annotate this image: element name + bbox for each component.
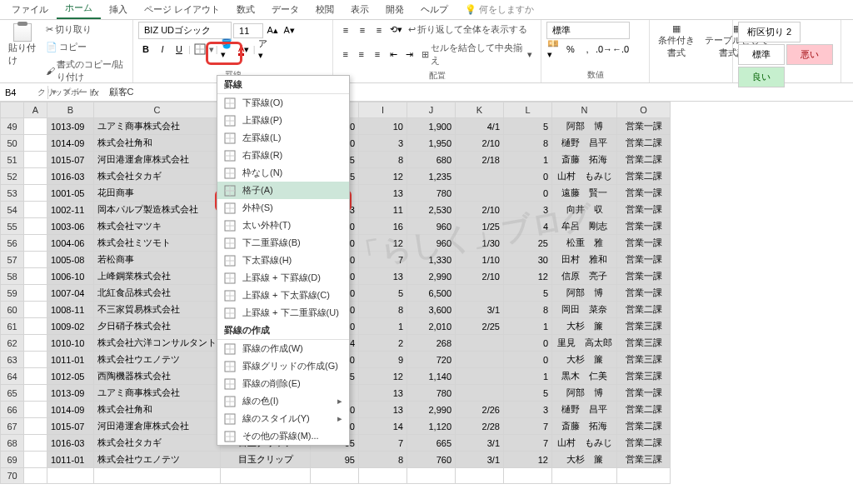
cell[interactable]: 960 — [407, 218, 456, 235]
cell[interactable]: 不三家貿易株式会社 — [94, 302, 221, 318]
cell[interactable]: 1 — [359, 318, 407, 335]
cell[interactable] — [24, 385, 47, 402]
cell[interactable]: 1 — [504, 318, 552, 335]
cell[interactable]: 12 — [359, 168, 407, 185]
cell[interactable]: 1016-03 — [47, 435, 94, 452]
italic-button[interactable]: I — [155, 42, 170, 57]
cell[interactable]: 株式会社六洋コンサルタント — [94, 335, 221, 352]
cell[interactable]: 斎藤 拓海 — [552, 418, 617, 435]
cell[interactable] — [456, 185, 504, 202]
merge-center-button[interactable]: ⊞ セルを結合して中央揃え▾ — [418, 40, 536, 68]
border-menu-item[interactable]: 格子(A) — [217, 182, 349, 199]
cell[interactable]: 2/10 — [456, 202, 504, 218]
cell[interactable]: 960 — [407, 235, 456, 252]
cell[interactable]: 1009-02 — [47, 318, 94, 335]
cell[interactable]: 営業二課 — [617, 435, 671, 452]
border-menu-item[interactable]: 線の色(I)▸ — [217, 392, 349, 410]
col-header-C[interactable]: C — [94, 102, 221, 118]
cell[interactable]: 0 — [504, 352, 552, 368]
cell[interactable]: 2/10 — [456, 135, 504, 152]
cut-button[interactable]: ✂ 切り取り — [42, 22, 127, 37]
cell[interactable] — [221, 468, 311, 484]
cell[interactable]: 2/28 — [456, 418, 504, 435]
cell[interactable]: 12 — [359, 368, 407, 385]
border-menu-item[interactable]: 左罫線(L) — [217, 129, 349, 147]
cell[interactable]: 2/18 — [456, 152, 504, 168]
row-header[interactable]: 70 — [1, 468, 24, 484]
cell[interactable]: 1014-09 — [47, 135, 94, 152]
cell[interactable]: 1011-01 — [47, 352, 94, 368]
formula-input[interactable]: 顧客C — [104, 84, 139, 100]
tell-me-search[interactable]: 💡 何をしますか — [456, 0, 542, 19]
row-header[interactable]: 59 — [1, 285, 24, 302]
cell[interactable]: 1/30 — [456, 235, 504, 252]
cell[interactable]: 営業一課 — [617, 185, 671, 202]
border-menu-item[interactable]: 罫線グリッドの作成(G) — [217, 357, 349, 375]
border-menu-item[interactable]: 上罫線 + 下太罫線(C) — [217, 287, 349, 304]
cell[interactable]: 12 — [504, 452, 552, 468]
fx-icon[interactable]: fx — [87, 87, 104, 97]
cell[interactable]: 営業三課 — [617, 318, 671, 335]
cell[interactable]: 営業二課 — [617, 418, 671, 435]
row-header[interactable]: 62 — [1, 335, 24, 352]
cell[interactable]: 大杉 簾 — [552, 452, 617, 468]
cell[interactable]: 9 — [359, 352, 407, 368]
border-menu-item[interactable]: 罫線の作成(W) — [217, 340, 349, 357]
row-header[interactable]: 54 — [1, 202, 24, 218]
name-box-dropdown[interactable]: ▾ — [48, 87, 60, 97]
row-header[interactable]: 66 — [1, 402, 24, 418]
cell[interactable]: 1015-07 — [47, 152, 94, 168]
cell[interactable]: 1 — [504, 152, 552, 168]
cancel-formula-icon[interactable]: ✕ — [63, 87, 71, 97]
wrap-text-button[interactable]: ↩ 折り返して全体を表示する — [405, 22, 531, 37]
cell[interactable]: 3 — [504, 402, 552, 418]
cell[interactable]: 1004-06 — [47, 235, 94, 252]
cell[interactable] — [24, 468, 47, 484]
cell[interactable] — [24, 435, 47, 452]
cell[interactable]: 8 — [359, 302, 407, 318]
cell[interactable]: 1010-10 — [47, 335, 94, 352]
cell[interactable]: 1001-05 — [47, 185, 94, 202]
cell[interactable]: 花田商事 — [94, 185, 221, 202]
cell[interactable]: 1,950 — [407, 135, 456, 152]
row-header[interactable]: 52 — [1, 168, 24, 185]
row-header[interactable]: 56 — [1, 235, 24, 252]
align-center-icon[interactable]: ≡ — [354, 47, 368, 62]
cell[interactable]: 営業一課 — [617, 235, 671, 252]
number-format-combo[interactable]: 標準 — [546, 22, 630, 39]
cell[interactable]: 向井 収 — [552, 202, 617, 218]
cell[interactable]: 河田港運倉庫株式会社 — [94, 418, 221, 435]
cell[interactable]: 里見 高太郎 — [552, 335, 617, 352]
cell[interactable] — [24, 418, 47, 435]
cell[interactable]: 1,235 — [407, 168, 456, 185]
col-header-[interactable] — [1, 102, 24, 118]
row-header[interactable]: 50 — [1, 135, 24, 152]
cell[interactable]: 10 — [359, 118, 407, 135]
border-menu-item[interactable]: 太い外枠(T) — [217, 217, 349, 234]
align-left-icon[interactable]: ≡ — [338, 47, 352, 62]
underline-button[interactable]: U — [172, 42, 187, 57]
border-menu-item[interactable]: 下二重罫線(B) — [217, 234, 349, 252]
align-top-icon[interactable]: ≡ — [338, 22, 353, 37]
cell[interactable] — [24, 185, 47, 202]
cell[interactable]: 780 — [407, 185, 456, 202]
col-header-B[interactable]: B — [47, 102, 94, 118]
cell[interactable]: 目玉クリップ — [221, 452, 311, 468]
row-header[interactable]: 57 — [1, 252, 24, 268]
cell[interactable]: 営業三課 — [617, 452, 671, 468]
cell[interactable]: 営業二課 — [617, 302, 671, 318]
tab-1[interactable]: ホーム — [57, 0, 101, 19]
cell[interactable]: 12 — [504, 268, 552, 285]
cell[interactable]: 1005-08 — [47, 252, 94, 268]
cell[interactable]: 1 — [504, 368, 552, 385]
cell[interactable]: 1,120 — [407, 418, 456, 435]
row-header[interactable]: 65 — [1, 385, 24, 402]
cell[interactable]: 3,600 — [407, 302, 456, 318]
col-header-K[interactable]: K — [456, 102, 504, 118]
cell[interactable] — [24, 152, 47, 168]
row-header[interactable]: 64 — [1, 368, 24, 385]
cell[interactable]: 株式会社角和 — [94, 135, 221, 152]
cell[interactable]: 1006-10 — [47, 268, 94, 285]
inc-decimal-icon[interactable]: .0→ — [596, 42, 611, 57]
cell[interactable]: 営業一課 — [617, 252, 671, 268]
